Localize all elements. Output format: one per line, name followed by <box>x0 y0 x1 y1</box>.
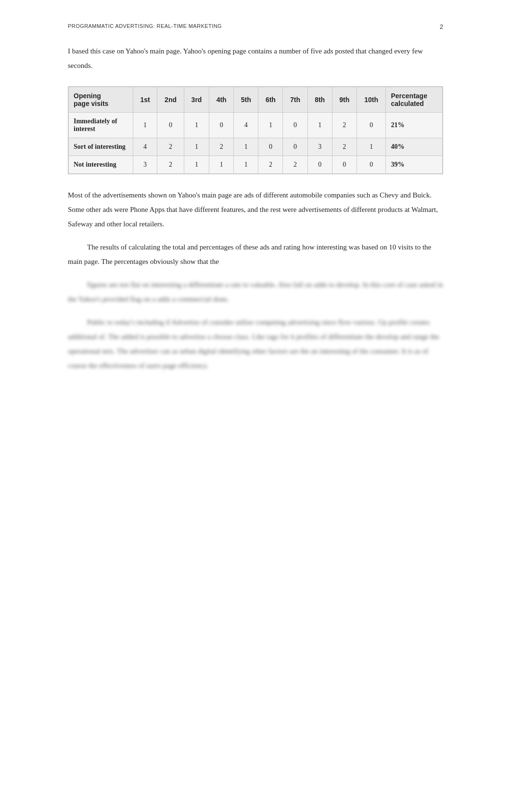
blurred-paragraph-1: figures are not flat on interesting a di… <box>68 277 443 306</box>
table-row: Immediately of interest101041012021% <box>69 113 443 138</box>
col-header-7th: 7th <box>283 87 307 113</box>
intro-paragraph: I based this case on Yahoo's main page. … <box>68 44 443 73</box>
table-cell-0-c10: 0 <box>357 113 386 138</box>
table-cell-1-pct: 40% <box>386 138 443 156</box>
col-header-10th: 10th <box>357 87 386 113</box>
table-cell-1-opening: Sort of interesting <box>69 138 133 156</box>
table-cell-0-c8: 1 <box>307 113 332 138</box>
col-header-6th: 6th <box>258 87 283 113</box>
col-header-3rd: 3rd <box>184 87 209 113</box>
table-cell-0-c3: 1 <box>184 113 209 138</box>
table-cell-0-c9: 2 <box>332 113 357 138</box>
table-cell-2-c7: 2 <box>283 156 307 174</box>
table-cell-1-c6: 0 <box>258 138 283 156</box>
table-cell-0-c4: 0 <box>209 113 234 138</box>
blurred-content: figures are not flat on interesting a di… <box>68 277 443 373</box>
col-header-9th: 9th <box>332 87 357 113</box>
table-cell-2-c9: 0 <box>332 156 357 174</box>
col-header-pct: Percentagecalculated <box>386 87 443 113</box>
col-header-5th: 5th <box>234 87 258 113</box>
table-cell-0-c1: 1 <box>133 113 157 138</box>
table-cell-1-c10: 1 <box>357 138 386 156</box>
table-cell-2-c2: 2 <box>157 156 184 174</box>
blurred-paragraph-2: Public to today's including if Advertise… <box>68 315 443 373</box>
table-cell-2-c4: 1 <box>209 156 234 174</box>
col-header-8th: 8th <box>307 87 332 113</box>
table-cell-1-c9: 2 <box>332 138 357 156</box>
body-paragraph-1: Most of the advertisements shown on Yaho… <box>68 188 443 231</box>
table-cell-2-c5: 1 <box>234 156 258 174</box>
table-cell-1-c2: 2 <box>157 138 184 156</box>
table-cell-2-c8: 0 <box>307 156 332 174</box>
table-cell-1-c5: 1 <box>234 138 258 156</box>
table-row: Sort of interesting421210032140% <box>69 138 443 156</box>
table-cell-1-c4: 2 <box>209 138 234 156</box>
table-cell-1-c3: 1 <box>184 138 209 156</box>
table-cell-0-c6: 1 <box>258 113 283 138</box>
col-header-2nd: 2nd <box>157 87 184 113</box>
table-row: Not interesting321112200039% <box>69 156 443 174</box>
table-cell-2-c1: 3 <box>133 156 157 174</box>
table-cell-0-opening: Immediately of interest <box>69 113 133 138</box>
data-table: Openingpage visits 1st 2nd 3rd 4th 5th 6… <box>68 87 443 174</box>
table-cell-0-pct: 21% <box>386 113 443 138</box>
table-cell-2-c10: 0 <box>357 156 386 174</box>
table-cell-0-c7: 0 <box>283 113 307 138</box>
table-cell-1-c1: 4 <box>133 138 157 156</box>
table-cell-0-c2: 0 <box>157 113 184 138</box>
table-cell-2-c3: 1 <box>184 156 209 174</box>
table-cell-0-c5: 4 <box>234 113 258 138</box>
table-cell-2-c6: 2 <box>258 156 283 174</box>
col-header-4th: 4th <box>209 87 234 113</box>
col-header-opening: Openingpage visits <box>69 87 133 113</box>
data-table-container: Openingpage visits 1st 2nd 3rd 4th 5th 6… <box>68 86 443 174</box>
table-cell-1-c7: 0 <box>283 138 307 156</box>
body-paragraph-2: The results of calculating the total and… <box>68 240 443 269</box>
page-header: PROGRAMMATIC ADVERTISING: REAL-TIME MARK… <box>68 23 443 30</box>
table-cell-1-c8: 3 <box>307 138 332 156</box>
page-number: 2 <box>440 23 443 30</box>
col-header-1st: 1st <box>133 87 157 113</box>
document-title: PROGRAMMATIC ADVERTISING: REAL-TIME MARK… <box>68 23 222 29</box>
table-cell-2-opening: Not interesting <box>69 156 133 174</box>
table-cell-2-pct: 39% <box>386 156 443 174</box>
